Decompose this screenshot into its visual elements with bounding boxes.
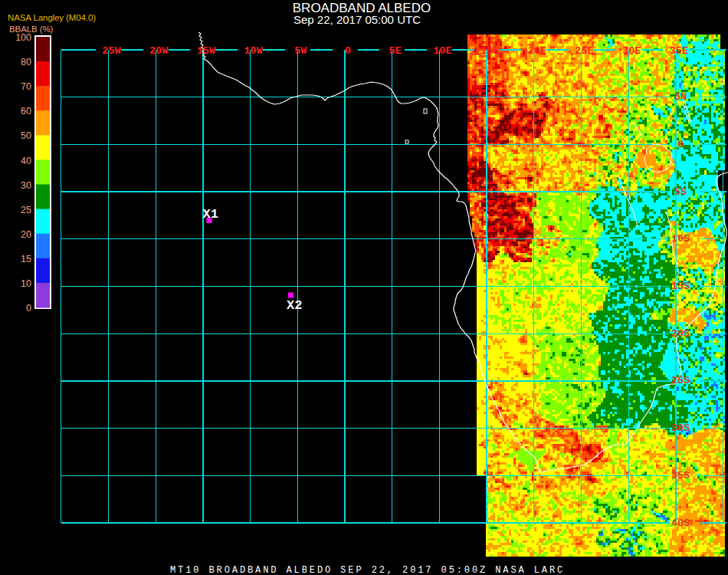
svg-text:25W: 25W bbox=[102, 45, 121, 57]
svg-text:5N: 5N bbox=[674, 91, 687, 103]
svg-text:80: 80 bbox=[21, 57, 31, 67]
svg-text:0: 0 bbox=[677, 139, 684, 150]
svg-text:10W: 10W bbox=[244, 45, 263, 57]
svg-text:5W: 5W bbox=[294, 45, 307, 57]
svg-text:35S: 35S bbox=[671, 470, 690, 481]
svg-text:MT10 BROADBAND ALBEDO SEP 2: MT10 BROADBAND ALBEDO SEP 22, 2017 05:00… bbox=[170, 565, 565, 575]
svg-text:0: 0 bbox=[26, 303, 31, 314]
svg-text:X2: X2 bbox=[287, 298, 302, 313]
svg-text:10S: 10S bbox=[671, 233, 690, 245]
svg-text:20W: 20W bbox=[149, 45, 169, 57]
svg-text:25: 25 bbox=[21, 205, 31, 215]
svg-text:25E: 25E bbox=[575, 45, 593, 57]
svg-text:15E: 15E bbox=[480, 45, 499, 57]
svg-text:50: 50 bbox=[21, 130, 31, 141]
svg-text:35E: 35E bbox=[670, 45, 688, 57]
svg-text:NASA Langley (M04.0): NASA Langley (M04.0) bbox=[8, 13, 96, 22]
svg-text:5S: 5S bbox=[674, 186, 687, 198]
svg-text:20S: 20S bbox=[671, 328, 690, 340]
svg-text:15W: 15W bbox=[197, 45, 216, 57]
svg-text:15S: 15S bbox=[671, 281, 690, 292]
svg-text:0: 0 bbox=[345, 45, 351, 57]
svg-text:5E: 5E bbox=[389, 45, 402, 57]
svg-text:25S: 25S bbox=[671, 375, 690, 386]
svg-text:10: 10 bbox=[21, 278, 31, 289]
svg-text:70: 70 bbox=[21, 81, 31, 92]
svg-text:60: 60 bbox=[21, 106, 31, 117]
svg-text:40: 40 bbox=[21, 156, 31, 166]
svg-text:Sep 22, 2017 05:00 UTC: Sep 22, 2017 05:00 UTC bbox=[293, 13, 421, 26]
svg-text:X1: X1 bbox=[203, 207, 218, 222]
svg-text:30S: 30S bbox=[671, 422, 690, 434]
svg-text:15: 15 bbox=[21, 254, 31, 264]
svg-text:40S: 40S bbox=[671, 518, 690, 529]
svg-text:30: 30 bbox=[21, 180, 31, 191]
svg-text:BBALB (%): BBALB (%) bbox=[9, 25, 54, 34]
svg-text:10E: 10E bbox=[433, 45, 451, 57]
svg-text:30E: 30E bbox=[622, 45, 641, 57]
svg-text:100: 100 bbox=[15, 32, 31, 43]
svg-text:20: 20 bbox=[21, 229, 31, 240]
svg-text:20E: 20E bbox=[528, 45, 546, 57]
